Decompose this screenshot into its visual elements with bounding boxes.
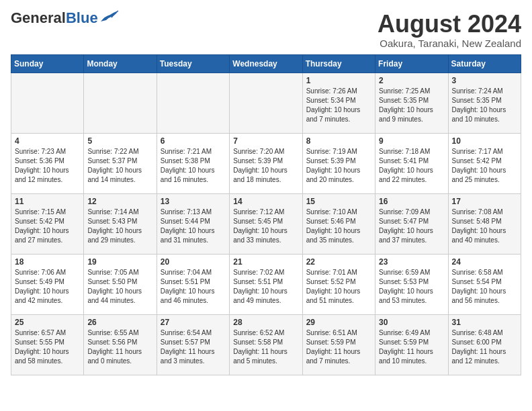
calendar-cell: 26Sunrise: 6:55 AM Sunset: 5:56 PM Dayli… [84, 314, 157, 375]
calendar-cell: 25Sunrise: 6:57 AM Sunset: 5:55 PM Dayli… [11, 314, 84, 375]
day-info: Sunrise: 7:10 AM Sunset: 5:46 PM Dayligh… [306, 208, 371, 245]
day-number: 31 [452, 318, 517, 327]
day-number: 4 [15, 136, 80, 146]
calendar-cell: 4Sunrise: 7:23 AM Sunset: 5:36 PM Daylig… [11, 133, 84, 193]
logo: GeneralBlue [11, 11, 120, 26]
weekday-header-friday: Friday [375, 54, 448, 73]
day-info: Sunrise: 7:13 AM Sunset: 5:44 PM Dayligh… [161, 208, 226, 245]
day-number: 10 [452, 136, 517, 146]
day-info: Sunrise: 7:19 AM Sunset: 5:39 PM Dayligh… [306, 147, 371, 185]
logo-general-text: General [11, 9, 66, 26]
day-info: Sunrise: 7:26 AM Sunset: 5:34 PM Dayligh… [306, 87, 371, 124]
day-info: Sunrise: 6:58 AM Sunset: 5:54 PM Dayligh… [452, 268, 517, 306]
day-info: Sunrise: 7:04 AM Sunset: 5:51 PM Dayligh… [161, 268, 226, 306]
logo-bird-icon [99, 9, 120, 24]
weekday-header-saturday: Saturday [448, 54, 521, 73]
day-number: 2 [379, 76, 444, 85]
day-number: 26 [87, 318, 152, 327]
calendar-cell [11, 73, 84, 133]
calendar-cell: 13Sunrise: 7:13 AM Sunset: 5:44 PM Dayli… [157, 193, 229, 254]
day-number: 5 [87, 136, 152, 146]
calendar-cell: 17Sunrise: 7:08 AM Sunset: 5:48 PM Dayli… [448, 193, 521, 254]
day-number: 29 [306, 318, 371, 327]
day-number: 8 [306, 136, 371, 146]
calendar-week-1: 1Sunrise: 7:26 AM Sunset: 5:34 PM Daylig… [11, 73, 521, 133]
day-info: Sunrise: 7:22 AM Sunset: 5:37 PM Dayligh… [87, 147, 152, 185]
calendar-cell: 16Sunrise: 7:09 AM Sunset: 5:47 PM Dayli… [375, 193, 448, 254]
day-info: Sunrise: 7:21 AM Sunset: 5:38 PM Dayligh… [161, 147, 226, 185]
title-block: August 2024 Oakura, Taranaki, New Zealan… [378, 11, 521, 49]
day-number: 6 [161, 136, 226, 146]
calendar-cell [84, 73, 157, 133]
calendar-week-2: 4Sunrise: 7:23 AM Sunset: 5:36 PM Daylig… [11, 133, 521, 193]
calendar-cell: 12Sunrise: 7:14 AM Sunset: 5:43 PM Dayli… [84, 193, 157, 254]
day-info: Sunrise: 7:05 AM Sunset: 5:50 PM Dayligh… [87, 268, 152, 306]
day-info: Sunrise: 7:18 AM Sunset: 5:41 PM Dayligh… [379, 147, 444, 185]
logo-blue-text: Blue [66, 9, 98, 26]
calendar-cell: 30Sunrise: 6:49 AM Sunset: 5:59 PM Dayli… [375, 314, 448, 375]
calendar-cell: 20Sunrise: 7:04 AM Sunset: 5:51 PM Dayli… [157, 254, 229, 314]
day-info: Sunrise: 6:48 AM Sunset: 6:00 PM Dayligh… [452, 328, 517, 366]
weekday-header-sunday: Sunday [11, 54, 84, 73]
location: Oakura, Taranaki, New Zealand [378, 38, 521, 49]
day-number: 14 [233, 197, 298, 206]
calendar-cell: 22Sunrise: 7:01 AM Sunset: 5:52 PM Dayli… [302, 254, 375, 314]
day-number: 11 [15, 197, 80, 206]
calendar-week-4: 18Sunrise: 7:06 AM Sunset: 5:49 PM Dayli… [11, 254, 521, 314]
day-number: 30 [379, 318, 444, 327]
day-number: 19 [87, 257, 152, 267]
month-title: August 2024 [378, 11, 521, 38]
calendar-cell: 1Sunrise: 7:26 AM Sunset: 5:34 PM Daylig… [302, 73, 375, 133]
calendar-cell: 27Sunrise: 6:54 AM Sunset: 5:57 PM Dayli… [157, 314, 229, 375]
day-number: 27 [161, 318, 226, 327]
day-info: Sunrise: 6:55 AM Sunset: 5:56 PM Dayligh… [87, 328, 152, 366]
weekday-header-thursday: Thursday [302, 54, 375, 73]
day-info: Sunrise: 7:20 AM Sunset: 5:39 PM Dayligh… [233, 147, 298, 185]
calendar-cell: 28Sunrise: 6:52 AM Sunset: 5:58 PM Dayli… [230, 314, 302, 375]
day-info: Sunrise: 6:52 AM Sunset: 5:58 PM Dayligh… [233, 328, 298, 366]
calendar-cell: 3Sunrise: 7:24 AM Sunset: 5:35 PM Daylig… [448, 73, 521, 133]
page-header: GeneralBlue August 2024 Oakura, Taranaki… [11, 11, 521, 49]
day-info: Sunrise: 7:14 AM Sunset: 5:43 PM Dayligh… [87, 208, 152, 245]
weekday-header-row: SundayMondayTuesdayWednesdayThursdayFrid… [11, 54, 521, 73]
day-number: 15 [306, 197, 371, 206]
day-info: Sunrise: 6:54 AM Sunset: 5:57 PM Dayligh… [161, 328, 226, 366]
day-info: Sunrise: 7:15 AM Sunset: 5:42 PM Dayligh… [15, 208, 80, 245]
day-number: 22 [306, 257, 371, 267]
calendar-cell: 8Sunrise: 7:19 AM Sunset: 5:39 PM Daylig… [302, 133, 375, 193]
day-info: Sunrise: 7:06 AM Sunset: 5:49 PM Dayligh… [15, 268, 80, 306]
day-number: 9 [379, 136, 444, 146]
calendar-cell: 6Sunrise: 7:21 AM Sunset: 5:38 PM Daylig… [157, 133, 229, 193]
day-info: Sunrise: 6:59 AM Sunset: 5:53 PM Dayligh… [379, 268, 444, 306]
day-number: 28 [233, 318, 298, 327]
day-info: Sunrise: 7:08 AM Sunset: 5:48 PM Dayligh… [452, 208, 517, 245]
calendar-cell: 5Sunrise: 7:22 AM Sunset: 5:37 PM Daylig… [84, 133, 157, 193]
calendar-week-5: 25Sunrise: 6:57 AM Sunset: 5:55 PM Dayli… [11, 314, 521, 375]
day-info: Sunrise: 7:17 AM Sunset: 5:42 PM Dayligh… [452, 147, 517, 185]
weekday-header-tuesday: Tuesday [157, 54, 229, 73]
day-info: Sunrise: 6:57 AM Sunset: 5:55 PM Dayligh… [15, 328, 80, 366]
calendar-cell: 11Sunrise: 7:15 AM Sunset: 5:42 PM Dayli… [11, 193, 84, 254]
weekday-header-monday: Monday [84, 54, 157, 73]
weekday-header-wednesday: Wednesday [230, 54, 302, 73]
calendar-week-3: 11Sunrise: 7:15 AM Sunset: 5:42 PM Dayli… [11, 193, 521, 254]
calendar-cell: 23Sunrise: 6:59 AM Sunset: 5:53 PM Dayli… [375, 254, 448, 314]
day-info: Sunrise: 6:51 AM Sunset: 5:59 PM Dayligh… [306, 328, 371, 366]
calendar-cell: 2Sunrise: 7:25 AM Sunset: 5:35 PM Daylig… [375, 73, 448, 133]
calendar-cell: 15Sunrise: 7:10 AM Sunset: 5:46 PM Dayli… [302, 193, 375, 254]
calendar-cell: 7Sunrise: 7:20 AM Sunset: 5:39 PM Daylig… [230, 133, 302, 193]
calendar-cell: 31Sunrise: 6:48 AM Sunset: 6:00 PM Dayli… [448, 314, 521, 375]
day-number: 13 [161, 197, 226, 206]
day-number: 23 [379, 257, 444, 267]
day-number: 18 [15, 257, 80, 267]
day-number: 7 [233, 136, 298, 146]
day-info: Sunrise: 7:01 AM Sunset: 5:52 PM Dayligh… [306, 268, 371, 306]
day-number: 24 [452, 257, 517, 267]
day-info: Sunrise: 7:23 AM Sunset: 5:36 PM Dayligh… [15, 147, 80, 185]
day-number: 17 [452, 197, 517, 206]
day-number: 1 [306, 76, 371, 85]
calendar-table: SundayMondayTuesdayWednesdayThursdayFrid… [11, 54, 521, 375]
day-info: Sunrise: 7:09 AM Sunset: 5:47 PM Dayligh… [379, 208, 444, 245]
calendar-cell: 24Sunrise: 6:58 AM Sunset: 5:54 PM Dayli… [448, 254, 521, 314]
calendar-cell [157, 73, 229, 133]
